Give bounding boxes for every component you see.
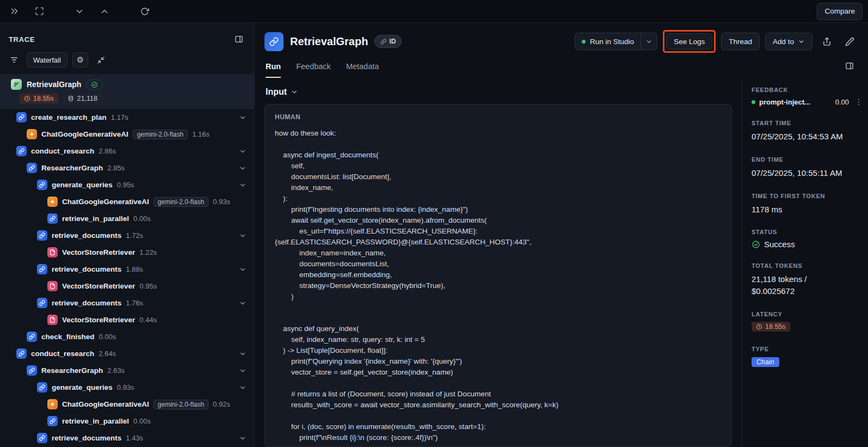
span-duration: 0.93s [117, 383, 134, 391]
previous-run-chevron-down-icon[interactable] [71, 3, 88, 20]
trace-row[interactable]: retrieve_in_parallel0.00s [0, 413, 254, 430]
start-time-value: 07/25/2025, 10:54:53 AM [752, 131, 865, 143]
waterfall-button[interactable]: Waterfall [27, 52, 67, 68]
latency-label: LATENCY [752, 311, 865, 317]
thread-button[interactable]: Thread [721, 33, 760, 50]
trace-row[interactable]: conduct_research2.64s [0, 345, 254, 362]
chain-icon [37, 230, 47, 241]
type-label: TYPE [752, 346, 865, 352]
status-label: STATUS [752, 229, 865, 235]
span-name: conduct_research [31, 350, 94, 358]
chevron-down-icon [291, 88, 298, 96]
total-tokens-value: 21,118 tokens / $0.0025672 [752, 273, 865, 297]
run-in-studio-button[interactable]: Run in Studio [575, 33, 641, 50]
filter-icon[interactable] [7, 52, 22, 68]
chevron-down-icon[interactable] [239, 148, 247, 155]
link-icon [380, 39, 386, 45]
status-value: Success [752, 240, 865, 249]
chain-icon [16, 112, 27, 123]
topbar-left-icons [5, 3, 153, 20]
tab-run[interactable]: Run [266, 62, 281, 78]
chevron-down-icon[interactable] [239, 384, 247, 391]
span-duration: 0.00s [133, 215, 151, 223]
span-name: VectorStoreRetriever [62, 316, 135, 324]
success-check-badge [86, 79, 103, 90]
trace-row[interactable]: ResearcherGraph2.85s [0, 160, 254, 176]
input-message-box: HUMAN how do these look: async def inges… [264, 104, 732, 447]
chevron-down-icon[interactable] [239, 367, 247, 375]
split-view-icon[interactable] [231, 32, 247, 47]
trace-row[interactable]: conduct_research2.86s [0, 143, 254, 160]
trace-row[interactable]: VectorStoreRetriever0.44s [0, 311, 254, 328]
chain-icon [27, 332, 37, 342]
span-name: ResearcherGraph [41, 366, 103, 375]
studio-status-dot [582, 40, 586, 44]
latency-badge: 18.55s [752, 322, 790, 332]
add-to-button[interactable]: Add to [765, 33, 812, 50]
toggle-details-panel-icon[interactable] [842, 58, 857, 74]
end-time-label: END TIME [752, 156, 865, 163]
kebab-menu-icon[interactable]: ⋮ [853, 97, 865, 106]
refresh-icon[interactable] [136, 3, 153, 20]
tab-metadata[interactable]: Metadata [346, 62, 379, 78]
trace-row[interactable]: create_research_plan1.17s [0, 109, 254, 126]
trace-row[interactable]: check_finished0.00s [0, 328, 254, 345]
trace-row[interactable]: retrieve_documents1.72s [0, 227, 254, 244]
langgraph-icon [11, 79, 22, 90]
root-tokens-badge: 21,118 [63, 94, 102, 103]
chevron-down-icon[interactable] [239, 232, 247, 240]
edit-pencil-icon[interactable] [841, 33, 858, 50]
span-duration: 0.95s [117, 181, 134, 189]
trace-row[interactable]: ChatGoogleGenerativeAIgemini-2.0-flash1.… [0, 126, 254, 143]
trace-row[interactable]: retrieve_documents1.43s [0, 430, 254, 446]
clock-icon [756, 323, 762, 330]
check-circle-icon [752, 240, 760, 249]
chain-icon [37, 433, 47, 443]
chain-icon [16, 348, 27, 359]
trace-row[interactable]: VectorStoreRetriever0.95s [0, 278, 254, 295]
type-badge: Chain [752, 357, 779, 367]
collapse-panel-icon[interactable] [5, 3, 23, 20]
trace-row[interactable]: ChatGoogleGenerativeAIgemini-2.0-flash0.… [0, 396, 254, 413]
trace-row[interactable]: generate_queries0.95s [0, 176, 254, 193]
chevron-down-icon[interactable] [239, 266, 247, 273]
feedback-item[interactable]: prompt-inject... 0.00 ⋮ [752, 97, 865, 106]
clock-icon [24, 95, 30, 102]
chain-icon [47, 416, 58, 426]
chain-run-icon [264, 32, 284, 51]
retriever-icon [47, 315, 58, 325]
chevron-down-icon[interactable] [239, 434, 247, 442]
details-panel: FEEDBACK prompt-inject... 0.00 ⋮ START T… [742, 78, 868, 447]
trace-row[interactable]: generate_queries0.93s [0, 379, 254, 396]
chain-icon [37, 298, 47, 308]
ttft-value: 1178 ms [752, 204, 865, 216]
chevron-down-icon[interactable] [239, 114, 247, 121]
input-section-toggle[interactable]: Input [264, 78, 732, 104]
chevron-down-icon[interactable] [239, 299, 247, 307]
trace-row[interactable]: retrieve_documents1.88s [0, 261, 254, 278]
compare-button[interactable]: Compare [817, 3, 863, 20]
copy-id-chip[interactable]: ID [374, 35, 402, 48]
trace-settings-button[interactable]: ⚙ [72, 52, 88, 68]
span-duration: 2.63s [107, 366, 125, 375]
share-icon[interactable] [818, 33, 835, 50]
trace-row[interactable]: ResearcherGraph2.63s [0, 362, 254, 379]
trace-row[interactable]: ChatGoogleGenerativeAIgemini-2.0-flash0.… [0, 193, 254, 210]
run-in-studio-caret[interactable] [641, 33, 657, 50]
chain-icon [37, 382, 47, 393]
chevron-down-icon[interactable] [239, 350, 247, 358]
run-detail-main: RetrievalGraph ID Run in Studio See Logs [255, 23, 868, 447]
span-name: ChatGoogleGenerativeAI [41, 130, 128, 138]
trace-row[interactable]: retrieve_in_parallel0.00s [0, 210, 254, 227]
trace-row[interactable]: VectorStoreRetriever1.22s [0, 244, 254, 261]
chevron-down-icon[interactable] [239, 181, 247, 189]
trace-row[interactable]: retrieve_documents1.76s [0, 295, 254, 311]
span-name: retrieve_documents [52, 231, 121, 240]
see-logs-button[interactable]: See Logs [666, 33, 712, 50]
chevron-down-icon[interactable] [239, 164, 247, 172]
trace-root-row[interactable]: RetrievalGraph 18.55s 21,118 [0, 74, 254, 109]
expand-fullscreen-icon[interactable] [30, 3, 48, 20]
next-run-chevron-up-icon[interactable] [96, 3, 113, 20]
collapse-all-icon[interactable] [93, 52, 108, 68]
tab-feedback[interactable]: Feedback [296, 62, 331, 78]
